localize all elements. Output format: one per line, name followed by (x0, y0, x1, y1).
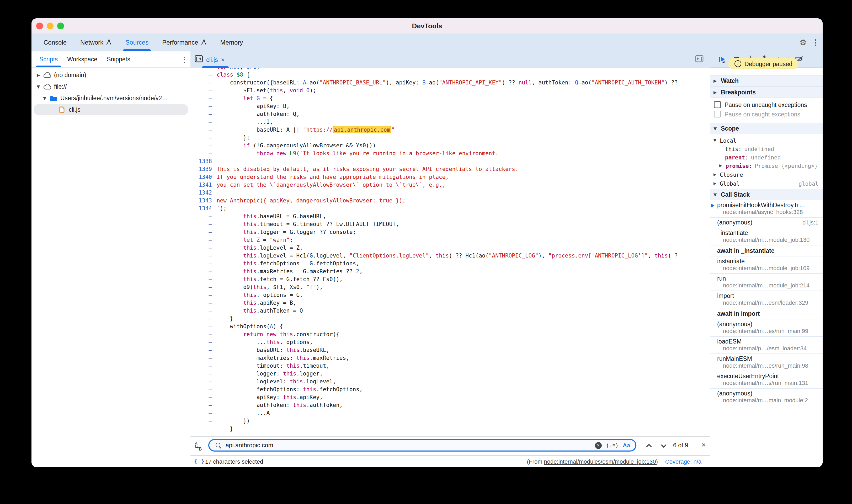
code-line[interactable]: – baseURL: this.baseURL, (191, 346, 710, 354)
tree-item-no-domain[interactable]: ▶ (no domain) (32, 69, 191, 81)
code-line[interactable]: –class $8 { (191, 71, 710, 79)
tree-item-cli-js[interactable]: cli.js (34, 104, 188, 115)
pretty-print-icon[interactable]: { } (194, 458, 205, 465)
line-gutter[interactable]: 1340 (191, 173, 217, 181)
search-input[interactable] (225, 442, 595, 449)
code-line[interactable]: – $F1.set(this, void 0); (191, 87, 710, 94)
match-case-toggle[interactable]: Aa (623, 442, 630, 448)
code-line[interactable]: 1339This is disabled by default, as it r… (191, 165, 710, 173)
close-search-icon[interactable]: × (702, 440, 706, 449)
line-gutter[interactable]: – (191, 409, 217, 417)
chevron-down-icon[interactable]: ▼ (43, 96, 49, 101)
code-line[interactable]: – fetchOptions: this.fetchOptions, (191, 385, 710, 393)
chevron-right-icon[interactable]: ▶ (719, 164, 726, 168)
line-gutter[interactable]: – (191, 228, 217, 236)
code-line[interactable]: 1340If you understand the risks and have… (191, 173, 710, 181)
line-gutter[interactable]: 1338 (191, 157, 217, 165)
code-line[interactable]: – let Z = "warn"; (191, 236, 710, 244)
line-gutter[interactable]: – (191, 417, 217, 425)
code-line[interactable]: – ...A (191, 409, 710, 417)
pause-on-caught-checkbox[interactable]: Pause on caught exceptions (714, 111, 800, 118)
call-stack-frame[interactable]: runMainESMnode:internal/m…es/run_main:98 (710, 354, 823, 371)
code-line[interactable]: 1338 (191, 157, 710, 165)
line-gutter[interactable]: – (191, 79, 217, 87)
line-gutter[interactable]: – (191, 299, 217, 307)
line-gutter[interactable]: – (191, 315, 217, 323)
line-gutter[interactable]: – (191, 330, 217, 338)
chevron-right-icon[interactable]: ▶ (37, 73, 43, 77)
line-gutter[interactable]: – (191, 268, 217, 275)
regex-toggle[interactable]: (.*) (606, 443, 619, 448)
next-match-button[interactable] (659, 442, 668, 450)
code-line[interactable]: – this.maxRetries = G.maxRetries ?? 2, (191, 268, 710, 275)
code-line[interactable]: 1342 (191, 189, 710, 197)
chevron-right-icon[interactable]: ▶ (713, 173, 720, 177)
scope-promise[interactable]: ▶ promise: Promise {<pending>} (710, 162, 823, 170)
line-gutter[interactable]: – (191, 338, 217, 346)
scope-closure[interactable]: ▶ Closure (710, 170, 823, 179)
find-replace-toggle-icon[interactable]: A B (194, 441, 203, 452)
tree-item-node-folder[interactable]: ▼ Users/jinhuilee/.nvm/versions/node/v2… (32, 92, 191, 104)
call-stack-frame[interactable]: _instantiatenode:internal/m…module_job:1… (710, 228, 823, 245)
code-line[interactable]: – this.fetch = G.fetch ?? Fs0(), (191, 275, 710, 283)
code-line[interactable]: – throw new L9(`It looks like you're run… (191, 149, 710, 157)
previous-match-button[interactable] (645, 442, 653, 450)
line-gutter[interactable]: – (191, 362, 217, 370)
code-line[interactable]: 1344`); (191, 204, 710, 212)
line-gutter[interactable]: 1342 (191, 189, 217, 197)
coverage-link[interactable]: Coverage: n/a (665, 458, 702, 465)
line-gutter[interactable]: 1344 (191, 204, 217, 212)
call-stack-frame[interactable]: importnode:internal/m…esm/loader:329 (710, 291, 823, 308)
code-line[interactable]: – if (!G.dangerouslyAllowBrowser && Ys0(… (191, 142, 710, 149)
code-line[interactable]: – this._options = G, (191, 291, 710, 299)
code-line[interactable]: 1343new Anthropic({ apiKey, dangerouslyA… (191, 197, 710, 204)
chevron-right-icon[interactable]: ▶ (713, 181, 720, 186)
code-line[interactable]: – this.logLevel = Hc1(G.logLevel, "Clien… (191, 252, 710, 259)
call-stack-frame[interactable]: (anonymous)node:internal/m…es/run_main:9… (710, 319, 823, 336)
line-gutter[interactable]: – (191, 385, 217, 393)
line-gutter[interactable]: – (191, 291, 217, 299)
scope-parent[interactable]: parent: undefined (710, 153, 823, 162)
code-line[interactable]: – this.timeout = G.timeout ?? Lw.DEFAULT… (191, 220, 710, 228)
tab-scripts[interactable]: Scripts (35, 51, 63, 67)
line-gutter[interactable]: – (191, 142, 217, 149)
code-line[interactable]: – apiKey: B, (191, 102, 710, 110)
line-gutter[interactable]: 1343 (191, 197, 217, 204)
call-stack-frame[interactable]: promiseInitHookWithDestroyTr…node:intern… (710, 200, 823, 217)
line-gutter[interactable]: – (191, 94, 217, 102)
line-gutter[interactable]: – (191, 149, 217, 157)
source-map-link[interactable]: node:internal/modules/esm/module_job:130 (544, 458, 656, 465)
code-line[interactable]: 1341you can set the \`dangerouslyAllowBr… (191, 181, 710, 189)
line-gutter[interactable]: – (191, 118, 217, 126)
breakpoints-section-header[interactable]: ▶ Breakpoints (710, 87, 823, 98)
line-gutter[interactable]: – (191, 134, 217, 142)
code-line[interactable]: – } (191, 315, 710, 323)
sidebar-more-icon[interactable] (183, 56, 186, 64)
line-gutter[interactable]: – (191, 283, 217, 291)
editor-tab-cli-js[interactable]: cli.js × (202, 51, 229, 68)
code-line[interactable]: – this.baseURL = G.baseURL, (191, 212, 710, 220)
checkbox[interactable] (714, 101, 721, 108)
line-gutter[interactable]: – (191, 244, 217, 252)
line-gutter[interactable]: 1339 (191, 165, 217, 173)
line-gutter[interactable]: – (191, 110, 217, 118)
scope-section-header[interactable]: ▼ Scope (710, 123, 823, 134)
code-line[interactable]: } (191, 425, 710, 433)
code-line[interactable]: – this.fetchOptions = G.fetchOptions, (191, 259, 710, 268)
code-line[interactable]: – }) (191, 417, 710, 425)
line-gutter[interactable]: – (191, 236, 217, 244)
code-line[interactable]: – ...I, (191, 118, 710, 126)
line-gutter[interactable]: – (191, 370, 217, 378)
line-gutter[interactable]: – (191, 212, 217, 220)
scope-this[interactable]: this: undefined (710, 145, 823, 153)
call-stack-frame[interactable]: runnode:internal/m…module_job:214 (710, 273, 823, 291)
tab-network[interactable]: Network (73, 34, 119, 51)
checkbox[interactable] (714, 111, 721, 118)
code-line[interactable]: – o9(this, $F1, Xs0, "f"), (191, 283, 710, 291)
line-gutter[interactable]: – (191, 275, 217, 283)
code-line[interactable]: – withOptions(A) { (191, 323, 710, 330)
line-gutter[interactable]: – (191, 378, 217, 385)
line-gutter[interactable]: – (191, 87, 217, 94)
line-gutter[interactable]: – (191, 220, 217, 228)
code-line[interactable]: – apiKey: this.apiKey, (191, 393, 710, 401)
